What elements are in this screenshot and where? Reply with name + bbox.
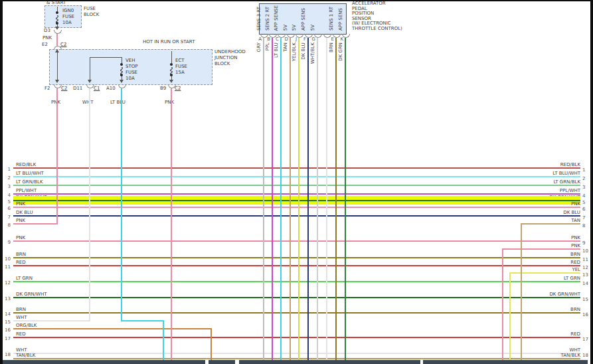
wire-label-left: DK BLU <box>16 210 33 215</box>
fuse-block-label-line1: FUSE <box>84 6 96 11</box>
sensor-title-line6: THROTTLE CONTROL) <box>352 26 402 31</box>
wire-label-right: DK GRN/WHT <box>448 292 580 297</box>
wire-number-left: 3 <box>3 184 11 189</box>
wire-label-left: BRN <box>16 252 26 257</box>
right-screen-edge <box>590 0 593 364</box>
wire-label-left: PPL/WHT <box>16 188 37 193</box>
wire-number-right: 11 <box>582 257 588 262</box>
wire-label-left: RED <box>16 331 26 337</box>
wire-number-right: 2 <box>582 176 585 181</box>
underhood-label-line3: BLOCK <box>214 61 230 66</box>
wire-row <box>13 265 580 266</box>
pin-letter: J <box>290 37 297 42</box>
connector-pin-wire <box>290 38 291 360</box>
wire-label-left: DK GRN/WHT <box>16 292 47 297</box>
wire-label-right: PPL/WHT <box>448 188 580 193</box>
connector-cup-icon <box>54 30 62 34</box>
ect-fuse-line2: FUSE <box>175 64 187 69</box>
arrow-down-icon <box>169 80 173 83</box>
wire-label-left: LT BLU/WHT <box>16 171 44 176</box>
wire-number-left: 16 <box>3 327 11 333</box>
sensor-title-line1: ACCELERATOR <box>352 1 386 6</box>
wire-number-left: 14 <box>3 312 11 317</box>
connector-pin-wire <box>307 38 309 360</box>
wire-color-label: GRY <box>256 43 262 52</box>
wire-color-label: TAN <box>283 43 289 52</box>
wire-label-right: BRN <box>448 252 580 257</box>
wire-label-left: WHT <box>16 315 27 320</box>
pin-letter: G <box>309 37 315 42</box>
pin-signal-label: APP SENSE <box>274 5 280 31</box>
wire-color-label: DK BLU <box>301 43 307 60</box>
pin-letter: E <box>327 37 334 42</box>
wire-label-left: BRN <box>16 307 26 312</box>
ign-fuse-line1: IGN0 <box>62 8 74 13</box>
b9-wire-color: PNK <box>165 100 174 105</box>
veh-stop-fuse-line1: VEH <box>126 58 135 63</box>
pin-letter: A <box>255 37 262 42</box>
wire-number-left: 7 <box>3 215 11 220</box>
wire-number-left: 9 <box>3 240 11 245</box>
pin-letter: F <box>299 37 306 42</box>
wire-label-left: PNK <box>16 235 25 240</box>
connector-cap-icon <box>54 46 62 50</box>
pin-signal-label: SENS 3 RT <box>256 7 262 31</box>
wire-label-right: BRN <box>448 307 580 312</box>
wire-color-label: DK GRN <box>338 43 344 61</box>
wire-color-label: YEL/BLK <box>292 43 297 61</box>
ign-fuse-lead <box>57 7 58 11</box>
d11-wire-color: WHT <box>82 100 93 105</box>
connector-pin-wire <box>335 38 337 360</box>
wire-row <box>122 320 164 321</box>
wire-row <box>13 167 580 169</box>
pin-a10-label: A10 <box>106 86 116 91</box>
wire-row <box>521 223 580 225</box>
wire-row <box>13 176 580 177</box>
pin-signal-label: 5V <box>292 25 297 31</box>
sensor-title-line5: (W/ ELECTRONIC <box>352 21 391 26</box>
wire-row <box>13 312 580 314</box>
pin-letter: D <box>282 37 288 42</box>
wire-color-label: PPL <box>265 43 271 50</box>
ign-fuse-line2: FUSE <box>62 14 74 19</box>
pass-through-line <box>57 52 58 80</box>
pin-signal-label: APP SENS <box>301 8 307 31</box>
pnk-wire-label: PNK <box>42 35 52 41</box>
connector-pin-wire <box>317 38 318 360</box>
wire-number-left: 4 <box>3 193 11 198</box>
wire-label-right: LT GRN/BLK <box>448 179 580 185</box>
wire-label-left: TAN/BLK <box>16 353 35 358</box>
underhood-label-line2: JUNCTION <box>214 55 237 60</box>
wire-label-left: RED/BLK <box>16 162 36 167</box>
arrow-down-icon <box>88 80 92 83</box>
wire-label-left: PNK <box>16 201 25 207</box>
wire-number-left: 11 <box>3 264 11 270</box>
connector-cup-icon <box>118 84 126 88</box>
ect-fuse-lead <box>171 51 172 63</box>
bottom-connector-bar <box>209 360 235 364</box>
wire-number-right: 1 <box>582 167 585 173</box>
pin-b9-label: B9 <box>160 86 166 91</box>
wire-color-label: WHT/BLK <box>310 43 316 64</box>
wire-label-right: LT GRN <box>448 276 580 281</box>
wire-row <box>13 281 580 282</box>
connector-pin-wire <box>272 38 273 360</box>
bottom-connector-bar <box>239 360 420 364</box>
wire-row <box>13 337 580 338</box>
wire-number-right: 6 <box>582 207 585 212</box>
wire-label-right: TAN <box>448 218 580 223</box>
wire-number-left: 13 <box>3 296 11 302</box>
connector-pin-wire <box>298 38 299 360</box>
fuse-block-label-line2: BLOCK <box>84 12 99 17</box>
ect-fuse-line1: ECT <box>175 58 185 63</box>
d11-riser-line <box>90 57 90 80</box>
wire-number-left: 6 <box>3 206 11 211</box>
wire-row <box>13 223 58 225</box>
wire-label-right: RED <box>448 331 580 337</box>
wire-color-label: BRN <box>329 43 335 52</box>
wire-number-right: 7 <box>582 215 585 221</box>
bottom-connector-bar <box>0 360 205 364</box>
wire-vertical <box>121 88 122 321</box>
wire-number-right: 17 <box>582 337 588 342</box>
pin-letter: B <box>264 37 270 42</box>
